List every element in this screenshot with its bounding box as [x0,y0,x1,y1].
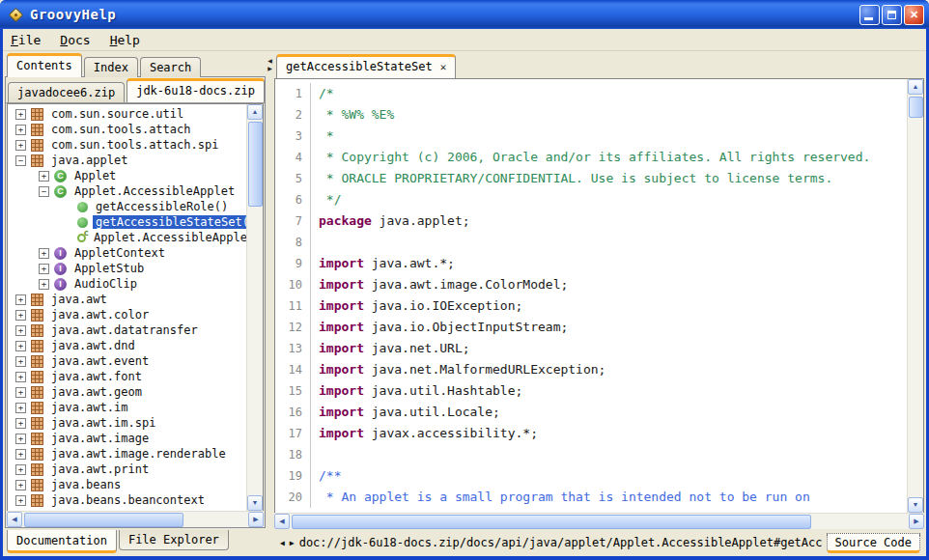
tree-node-getaccessiblestateset[interactable]: getAccessibleStateSet() [8,214,246,230]
expander-icon[interactable]: + [15,356,26,367]
menu-help[interactable]: Help [110,33,140,47]
tree-node-java-awt-geom[interactable]: +java.awt.geom [8,384,246,400]
tab-contents[interactable]: Contents [7,53,82,77]
tree-node-java-beans-beancontext[interactable]: +java.beans.beancontext [8,492,246,508]
line-number: 14 [275,359,310,380]
scroll-left-button[interactable]: ◀ [7,512,22,527]
expander-icon[interactable]: + [39,171,49,182]
tree-node-java-awt-dnd[interactable]: +java.awt.dnd [8,338,246,353]
tree-node-java-awt-font[interactable]: +java.awt.font [8,369,246,384]
expander-icon[interactable]: + [15,294,26,305]
editor-vscroll-thumb[interactable] [909,97,923,118]
window-title: GroovyHelp [30,7,116,22]
tree-node-java-beans[interactable]: +java.beans [8,477,246,492]
expander-icon[interactable]: + [15,480,26,490]
package-icon [31,371,43,383]
tree-vscroll-thumb[interactable] [248,122,263,207]
expander-icon[interactable]: + [15,341,26,351]
code-line: 2 * %W% %E% [275,104,907,126]
close-tab-icon[interactable]: ✕ [440,61,447,73]
tree-node-java-awt-im-spi[interactable]: +java.awt.im.spi [8,415,246,431]
back-button[interactable]: ◀ [280,539,285,547]
expander-icon[interactable]: + [15,418,26,429]
maximize-button[interactable] [882,5,902,25]
scroll-down-button[interactable]: ▼ [908,497,923,513]
tree-node-java-awt-im[interactable]: +java.awt.im [8,400,246,415]
contents-page: javadocee6.zipjdk-6u18-docs.zip +com.sun… [5,76,266,528]
expander-icon[interactable]: + [15,140,26,151]
expander-icon[interactable]: + [39,248,49,259]
tree-node-java-awt-color[interactable]: +java.awt.color [8,307,246,322]
expander-icon[interactable]: − [15,155,26,166]
tree-node-java-awt[interactable]: +java.awt [8,292,246,307]
tab-documentation[interactable]: Documentation [7,530,117,553]
code-line: 17import javax.accessibility.*; [275,423,907,444]
expander-icon[interactable]: + [15,125,26,135]
tab-search[interactable]: Search [140,57,201,77]
expander-icon[interactable]: + [15,434,26,444]
scroll-left-button[interactable]: ◀ [274,514,290,529]
scroll-up-button[interactable]: ▲ [908,79,923,95]
expander-icon[interactable]: + [15,325,26,336]
close-button[interactable]: ✕ [904,5,924,25]
code-token: * %W% %E% [319,107,394,122]
tree-node-java-awt-print[interactable]: +java.awt.print [8,462,246,477]
tree-node-appletcontext[interactable]: +IAppletContext [8,245,246,261]
tree-node-applet-accessibleapplet[interactable]: −CApplet.AccessibleApplet [8,183,246,199]
title-bar[interactable]: GroovyHelp ✕ [0,0,929,29]
minimize-button[interactable] [859,5,880,25]
scroll-right-button[interactable]: ▶ [248,512,264,527]
collapse-left-icon[interactable]: ◀ [267,58,272,65]
close-icon: ✕ [910,9,918,21]
tree-node-com-sun-source-util[interactable]: +com.sun.source.util [8,106,246,122]
tree-label: com.sun.source.util [48,107,186,121]
tree-node-java-awt-image[interactable]: +java.awt.image [8,431,246,446]
tree-node-java-awt-image-renderable[interactable]: +java.awt.image.renderable [8,446,246,462]
expander-icon[interactable]: + [15,109,26,120]
code-line: 16import java.util.Locale; [275,402,907,423]
scroll-down-button[interactable]: ▼ [247,495,263,511]
expander-icon[interactable]: + [15,495,26,506]
tree-node-java-awt-event[interactable]: +java.awt.event [8,353,246,369]
source-code-button[interactable]: Source Code [827,533,920,553]
tree-node-java-applet[interactable]: −java.applet [8,153,246,168]
tree-node-java-awt-datatransfer[interactable]: +java.awt.datatransfer [8,322,246,338]
tree-node-applet-accessibleapplet[interactable]: cApplet.AccessibleApplet() [8,230,246,245]
expander-icon[interactable]: − [39,186,49,197]
tree-node-applet[interactable]: +CApplet [8,168,246,183]
tree-node-audioclip[interactable]: +IAudioClip [8,276,246,292]
scroll-up-button[interactable]: ▲ [247,104,263,120]
tree-node-getaccessiblerole[interactable]: getAccessibleRole() [8,199,246,214]
editor-hscroll-thumb[interactable] [292,515,811,529]
tree-node-appletstub[interactable]: +IAppletStub [8,261,246,276]
scroll-right-button[interactable]: ▶ [909,514,924,529]
tree-hscroll-thumb[interactable] [24,513,183,527]
expander-icon[interactable]: + [15,310,26,321]
collapse-right-icon[interactable]: ▶ [267,66,272,72]
expander-icon[interactable]: + [15,372,26,382]
tab-getaccessiblestateset[interactable]: getAccessibleStateSet✕ [276,54,456,78]
doc-tab-jdk-6u18-docs-zip[interactable]: jdk-6u18-docs.zip [127,78,265,102]
package-icon [31,355,43,368]
code-line: 15import java.util.Hashtable; [275,380,907,402]
menu-docs[interactable]: Docs [60,33,90,47]
tree-label: AppletStub [71,262,147,275]
forward-button[interactable]: ▶ [290,539,295,547]
expander-icon[interactable]: + [15,387,26,398]
expander-icon[interactable]: + [15,403,26,413]
tab-file-explorer[interactable]: File Explorer [119,530,229,550]
tree-node-com-sun-tools-attach[interactable]: +com.sun.tools.attach [8,122,246,137]
expander-icon[interactable]: + [15,464,26,475]
code-line: 7package java.applet; [275,210,907,232]
panel-splitter[interactable]: ◀ ▶ [266,53,274,555]
expander-icon[interactable]: + [39,264,49,274]
code-line: 10import java.awt.image.ColorModel; [275,274,907,295]
class-icon: C [54,170,67,182]
tab-index[interactable]: Index [84,57,138,77]
menu-file[interactable]: File [11,33,41,47]
doc-tab-javadocee6-zip[interactable]: javadocee6.zip [8,82,125,102]
tree-node-com-sun-tools-attach-spi[interactable]: +com.sun.tools.attach.spi [8,137,246,153]
code-text: import java.io.ObjectInputStream; [310,317,907,338]
expander-icon[interactable]: + [15,449,26,460]
expander-icon[interactable]: + [39,279,49,290]
